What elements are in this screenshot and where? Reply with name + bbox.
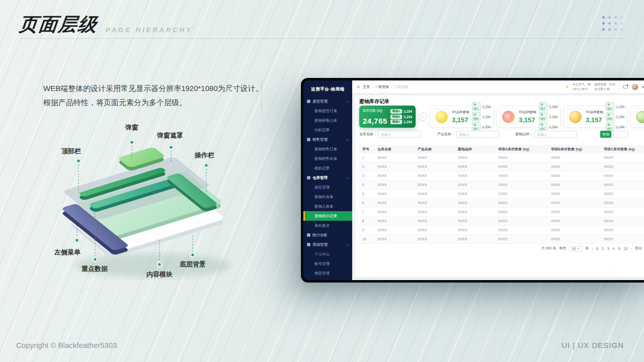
- menu-collapse-icon[interactable]: ☰: [357, 85, 360, 89]
- sidebar-group[interactable]: 进货管理∨: [303, 97, 352, 106]
- cell: XXXX: [548, 217, 601, 226]
- green-pomelo-icon: [636, 111, 644, 123]
- content-card: 蜜柚库存记录 库存总数 (kg) 24,765 等级A:1,234等级B:1,2…: [355, 96, 644, 277]
- grade-value: :1,234: [548, 125, 557, 129]
- sidebar-item[interactable]: 蜜柚进货订单: [303, 106, 352, 116]
- cell: XXXX: [415, 217, 455, 226]
- avatar[interactable]: [631, 83, 638, 90]
- carousel-prev-button[interactable]: ‹: [419, 113, 427, 121]
- grade-value: :1,234: [615, 115, 624, 119]
- dots-grid-icon: [602, 16, 623, 31]
- label-key-data: 重点数据: [82, 264, 108, 274]
- filter-input[interactable]: [534, 131, 577, 138]
- sidebar-item[interactable]: 个人中心: [303, 249, 352, 259]
- product-card[interactable]: XX品种蜜柚3,157等级A:1,234等级B:1,234等级C:1,234: [430, 106, 494, 128]
- sidebar-item[interactable]: 蜜柚库存记录: [303, 211, 352, 221]
- cell: XXXX: [455, 217, 495, 226]
- sidebar-group[interactable]: 仓库管理∧: [303, 173, 352, 183]
- product-card[interactable]: XX品种蜜柚3,157等级A:1,234等级B:1,234等级C:1,234: [497, 106, 561, 128]
- search-button[interactable]: 查询: [600, 131, 611, 138]
- sidebar-item[interactable]: 蜜柚出库单: [303, 192, 352, 202]
- cell: 5: [359, 190, 374, 199]
- product-card[interactable]: XX品种蜜柚3,157等级A:1,234等级B:1,234等级C:1,234: [564, 106, 628, 128]
- breadcrumb-level1[interactable]: 一级页面: [375, 84, 389, 89]
- table-row[interactable]: 8XXXXXXXXXXXXXXXXXXXXXXXX: [359, 217, 644, 226]
- sidebar-item[interactable]: 库存盘点: [303, 221, 352, 230]
- sidebar-group[interactable]: 统计分析: [303, 230, 352, 240]
- product-quantity: 3,157: [586, 116, 603, 124]
- cell: XXXX: [374, 171, 415, 180]
- table-row[interactable]: 7XXXXXXXXXXXXXXXXXXXXXXXX: [359, 208, 644, 217]
- page-button-2[interactable]: 2: [602, 247, 604, 250]
- message-icon[interactable]: [623, 85, 628, 88]
- grade-pill: 等级B: [606, 112, 614, 121]
- cell: XXXX: [374, 226, 415, 235]
- cell: XXXX: [455, 153, 495, 162]
- card-info: XX品种蜜柚3,157: [519, 110, 536, 124]
- page-header: 页面层级 PAGE HIERARCHY: [19, 12, 193, 37]
- page-button-1[interactable]: 1: [596, 247, 598, 250]
- warehouse-icon: [307, 176, 310, 179]
- sidebar-group[interactable]: 销售管理∨: [303, 135, 352, 144]
- cell: XXXX: [415, 171, 455, 180]
- filter-input[interactable]: [378, 131, 421, 138]
- table-row[interactable]: 5XXXXXXXXXXXXXXXXXXXXXXXX: [359, 190, 644, 199]
- product-card[interactable]: [630, 106, 644, 128]
- column-header: 等级B库存数量 (kg): [548, 145, 601, 153]
- grade-pill: 等级A: [606, 102, 614, 111]
- sidebar-item[interactable]: 账号管理: [303, 259, 352, 268]
- sidebar-item[interactable]: 蜜柚销售订单: [303, 144, 352, 154]
- cell: XXXX: [374, 180, 415, 190]
- table-row[interactable]: 2XXXXXXXXXXXXXXXXXXXXXXXX: [359, 162, 644, 171]
- sidebar-item[interactable]: 收款记录: [303, 163, 352, 173]
- footer-right-label: UI | UX DESIGN: [561, 341, 624, 349]
- table-row[interactable]: 10XXXXXXXXXXXXXXXXXXXXXXXX: [359, 235, 644, 244]
- pink-pomelo-icon: [502, 111, 515, 123]
- page-button-5[interactable]: 5: [618, 247, 620, 250]
- cell: XXXX: [548, 180, 601, 190]
- grade-badge: 等级B:1,234: [472, 112, 491, 121]
- sidebar-group-label: 销售管理: [312, 137, 328, 142]
- grade-pill: 等级B: [390, 115, 401, 119]
- column-header: 序号: [359, 145, 374, 153]
- cell: 3: [359, 171, 374, 180]
- table-row[interactable]: 1XXXXXXXXXXXXXXXXXXXXXXXX: [359, 153, 644, 162]
- chevron-up-icon: ∧: [347, 176, 349, 179]
- chevron-down-icon: ∨: [347, 100, 349, 103]
- table-row[interactable]: 6XXXXXXXXXXXXXXXXXXXXXXXX: [359, 199, 644, 208]
- label-action-bar: 操作栏: [195, 151, 214, 160]
- per-page-select[interactable]: 10 ▼: [570, 246, 583, 251]
- label-bottom-bg: 底层背景: [180, 260, 206, 269]
- prev-page-button[interactable]: ‹: [592, 246, 593, 251]
- page-button-23[interactable]: 23: [624, 247, 628, 250]
- sidebar-item[interactable]: 付款记录: [303, 125, 352, 135]
- cell: XXXX: [601, 199, 644, 208]
- page-button-4[interactable]: 4: [613, 247, 615, 250]
- cell: XXXX: [415, 235, 455, 244]
- cell: 4: [359, 180, 374, 190]
- sidebar-item[interactable]: 库区管理: [303, 183, 352, 192]
- label-popup-mask: 弹窗遮罩: [157, 131, 183, 140]
- sidebar-item[interactable]: 蜜柚入库单: [303, 202, 352, 211]
- sidebar-group[interactable]: 基础管理∨: [303, 240, 352, 249]
- column-header: 产品名称: [415, 145, 455, 153]
- sidebar-item[interactable]: 绑定管理: [303, 268, 352, 278]
- cell: XXXX: [601, 226, 644, 235]
- cell: XXXX: [495, 171, 548, 180]
- reset-button[interactable]: [613, 131, 628, 138]
- cell: XXXX: [374, 153, 415, 162]
- cell: XXXX: [495, 217, 548, 226]
- cell: XXXX: [495, 153, 548, 162]
- table-row[interactable]: 9XXXXXXXXXXXXXXXXXXXXXXXX: [359, 226, 644, 235]
- filter-group: 蜜柚品种：: [515, 131, 577, 138]
- filter-input[interactable]: [456, 131, 499, 138]
- cell: XXXX: [455, 162, 495, 171]
- next-page-button[interactable]: ›: [630, 246, 632, 251]
- breadcrumb-home[interactable]: 主页: [363, 84, 370, 89]
- page-button-3[interactable]: 3: [607, 247, 609, 250]
- table-row[interactable]: 3XXXXXXXXXXXXXXXXXXXXXXXX: [359, 171, 644, 180]
- grade-badge: 等级A:1,234: [390, 109, 412, 114]
- sidebar-item[interactable]: 蜜柚销售出库: [303, 154, 352, 163]
- sidebar-item[interactable]: 蜜柚采购入库: [303, 116, 352, 125]
- table-row[interactable]: 4XXXXXXXXXXXXXXXXXXXXXXXX: [359, 180, 644, 190]
